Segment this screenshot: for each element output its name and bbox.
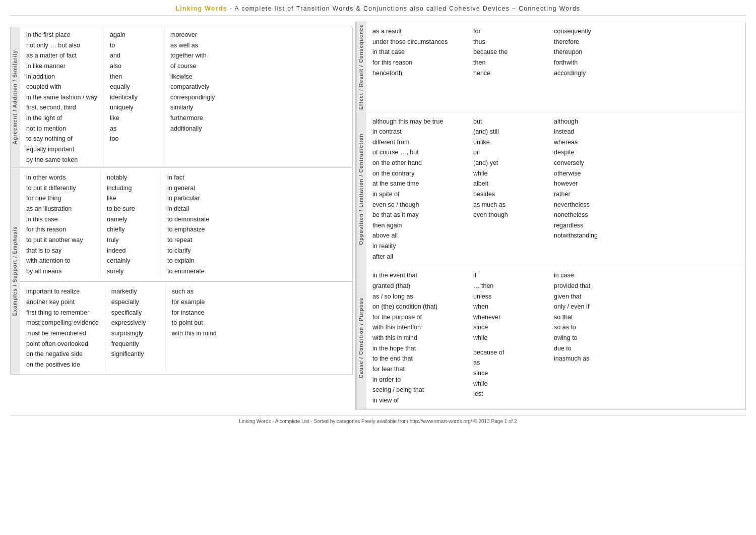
word-item: for example [172, 297, 235, 308]
emphasis-sub2-columns: important to realizeanother key pointfir… [20, 284, 352, 372]
word-item: even so / though [372, 200, 461, 210]
word-item: owing to [554, 333, 622, 343]
word-item: that is to say [26, 246, 94, 256]
word-item: comparatively [170, 82, 234, 92]
title-rest: - A complete list of Transition Words & … [227, 5, 581, 12]
emphasis-sub2-col3: such asfor examplefor instanceto point o… [166, 284, 241, 372]
effect-col3: consequentlythereforethereuponforthwitha… [548, 25, 628, 109]
word-item: in addition [26, 72, 97, 82]
agreement-col1: in the first placenot only … but alsoas … [20, 27, 104, 167]
word-item: for fear that [372, 364, 461, 375]
footer: Linking Words - A complete List - Sorted… [10, 415, 746, 424]
right-panel: Effect / Result / Consequence as a resul… [355, 22, 746, 410]
cause-col3: in caseprovided thatgiven thatonly / eve… [548, 269, 628, 407]
word-item: inasmuch as [554, 353, 622, 364]
word-item: not to mention [26, 124, 97, 134]
word-item: regardless [554, 220, 622, 231]
cause-content: in the event thatgranted (that)as / so l… [366, 266, 745, 409]
agreement-col2: againtoandalsothenequallyidenticallyuniq… [104, 27, 164, 167]
word-item: for one thing [26, 193, 94, 204]
word-item: then [473, 57, 542, 68]
word-item: then again [372, 220, 461, 231]
word-item: to repeat [167, 235, 231, 246]
word-item: if [473, 270, 542, 281]
word-item: furthermore [170, 113, 234, 124]
word-item: in like manner [26, 61, 97, 72]
word-item: for [473, 26, 542, 37]
opposition-row: Opposition / Limitation / Contradiction … [356, 112, 745, 267]
word-item: to put it another way [26, 235, 94, 246]
word-item: (and) still [473, 127, 542, 137]
word-item: above all [372, 230, 461, 241]
word-item: to say nothing of [26, 134, 97, 144]
title-bold: Linking Words [175, 5, 227, 12]
word-item: coupled with [26, 82, 97, 92]
word-item: again [110, 30, 158, 40]
word-item: since [473, 368, 542, 379]
word-item: whereas [554, 137, 622, 148]
effect-row: Effect / Result / Consequence as a resul… [356, 22, 745, 112]
word-item: then [110, 72, 158, 82]
word-item: as a result [372, 26, 461, 37]
emphasis-sub2-col2: markedlyespeciallyspecificallyexpressive… [105, 284, 166, 372]
emphasis-sub1-col3: in factin generalin particularin detailt… [161, 170, 237, 279]
word-item: in general [167, 183, 231, 194]
opposition-col2: but(and) stillunlikeor(and) yetwhilealbe… [467, 115, 548, 264]
main-layout: Agreement / Addition / Similarity in the… [10, 22, 746, 410]
word-item: thus [473, 37, 542, 47]
emphasis-sub1-col1: in other wordsto put it differentlyfor o… [20, 170, 101, 279]
word-item: to the end that [372, 353, 461, 364]
word-item: identically [110, 92, 158, 103]
word-item: uniquely [110, 102, 158, 113]
word-item: expressively [111, 318, 159, 328]
word-item: in detail [167, 204, 231, 214]
word-item: in other words [26, 172, 94, 183]
word-item: in the event that [372, 270, 461, 281]
word-item: nevertheless [554, 200, 622, 210]
word-item: especially [111, 297, 159, 308]
word-item: another key point [26, 297, 99, 308]
word-item: nonetheless [554, 210, 622, 220]
word-item: therefore [554, 37, 622, 47]
emphasis-sub2-col1: important to realizeanother key pointfir… [20, 284, 105, 372]
word-item: for the purpose of [372, 312, 461, 323]
word-item: even though [473, 210, 542, 220]
word-item: however [554, 179, 622, 189]
word-item: thereupon [554, 47, 622, 57]
word-item: chiefly [107, 224, 155, 235]
word-item: in this case [26, 214, 94, 225]
word-item: significantly [111, 349, 159, 360]
word-item: namely [107, 214, 155, 225]
word-item: as much as [473, 200, 542, 210]
word-item: in contrast [372, 127, 461, 137]
word-item: only / even if [554, 302, 622, 312]
word-item: in spite of [372, 189, 461, 200]
emphasis-sub1: in other wordsto put it differentlyfor o… [20, 168, 352, 281]
word-item: besides [473, 189, 542, 200]
effect-label: Effect / Result / Consequence [356, 22, 366, 112]
word-item: lest [473, 389, 542, 399]
word-item: because the [473, 47, 542, 57]
word-item: seeing / being that [372, 385, 461, 395]
emphasis-sub-sections: in other wordsto put it differentlyfor o… [20, 168, 352, 374]
word-item: although [554, 116, 622, 127]
word-item: so that [554, 312, 622, 323]
word-item: additionally [170, 124, 234, 134]
word-item: as / so long as [372, 291, 461, 302]
word-item: with this intention [372, 322, 461, 333]
word-item: to enumerate [167, 266, 231, 277]
cause-row: Cause / Condition / Purpose in the event… [356, 266, 745, 409]
word-item: not only … but also [26, 40, 97, 51]
word-item: equally important [26, 144, 97, 155]
word-item: to explain [167, 256, 231, 266]
agreement-section: Agreement / Addition / Similarity in the… [10, 27, 353, 168]
word-item: by all means [26, 266, 94, 277]
word-item: henceforth [372, 68, 461, 79]
word-item: when [473, 302, 542, 312]
agreement-label: Agreement / Addition / Similarity [10, 27, 20, 167]
word-item: likewise [170, 72, 234, 82]
word-item: indeed [107, 246, 155, 256]
word-item: … then [473, 281, 542, 291]
word-item: with attention to [26, 256, 94, 266]
word-item: under those circumstances [372, 37, 461, 47]
